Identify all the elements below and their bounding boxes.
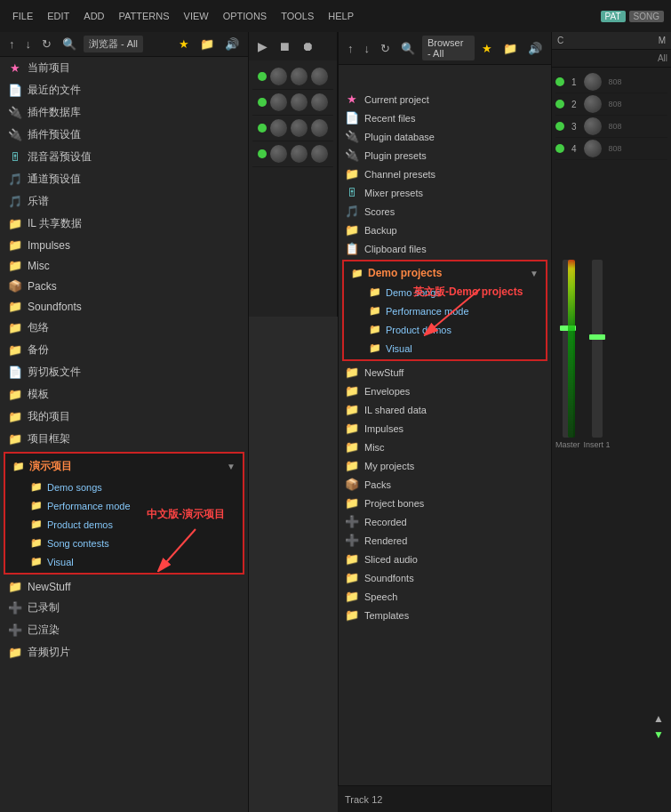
rb-down-btn[interactable]: ↓ (361, 40, 374, 57)
nav-packs[interactable]: 📦 Packs (0, 276, 248, 296)
rb-refresh-btn[interactable]: ↻ (377, 40, 394, 57)
rb-templates[interactable]: 📁 Templates (339, 606, 551, 624)
rb-project-bones[interactable]: 📁 Project bones (339, 494, 551, 512)
ch3-knob[interactable] (584, 117, 602, 135)
rb-channel-presets[interactable]: 📁 Channel presets (339, 165, 551, 183)
speaker-icon[interactable]: 🔊 (221, 36, 243, 52)
visual-item[interactable]: 📁 Visual (5, 552, 243, 571)
nav-clipboard[interactable]: 📄 剪切板文件 (0, 361, 248, 383)
knob-4c[interactable] (311, 145, 328, 163)
knob-1[interactable] (270, 68, 287, 85)
knob-3c[interactable] (311, 119, 328, 137)
menu-options[interactable]: OPTIONS (218, 8, 273, 24)
knob-4[interactable] (270, 145, 287, 163)
play-btn[interactable]: ▶ (254, 37, 271, 55)
star-icon[interactable]: ★ (175, 36, 193, 52)
stop-btn[interactable]: ⏹ (275, 37, 294, 55)
performance-mode-item[interactable]: 📁 Performance mode (5, 496, 243, 515)
demo-section-header[interactable]: 📁 演示项目 ▼ (5, 455, 243, 478)
nav-backup[interactable]: 📁 备份 (0, 339, 248, 361)
rb-folder-icon[interactable]: 📁 (499, 40, 521, 57)
knob-2b[interactable] (291, 93, 308, 111)
up-btn[interactable]: ↑ (5, 36, 19, 52)
knob-1b[interactable] (291, 68, 308, 85)
menu-tools[interactable]: TOOLS (276, 8, 319, 24)
record-btn[interactable]: ⏺ (298, 37, 317, 55)
led-4[interactable] (258, 149, 267, 158)
scroll-up-arrow[interactable]: ▲ (653, 712, 664, 725)
collapse-icon[interactable]: ▼ (227, 462, 236, 471)
rb-rendered[interactable]: ➕ Rendered (339, 531, 551, 550)
rb-mixer-presets[interactable]: 🎚 Mixer presets (339, 183, 551, 202)
rb-recorded[interactable]: ➕ Recorded (339, 512, 551, 531)
rb-backup[interactable]: 📁 Backup (339, 221, 551, 239)
rb-speech[interactable]: 📁 Speech (339, 587, 551, 606)
ch2-led[interactable] (555, 100, 564, 109)
product-demos-item[interactable]: 📁 Product demos (5, 515, 243, 534)
nav-mixer-presets[interactable]: 🎚 混音器预设值 (0, 146, 248, 168)
master-fader-track[interactable] (563, 260, 573, 438)
scroll-down-arrow[interactable]: ▼ (653, 728, 664, 741)
rb-demo-songs[interactable]: 📁 Demo songs (344, 283, 546, 301)
rb-demo-header[interactable]: 📁 Demo projects ▼ (344, 263, 546, 283)
search-icon[interactable]: 🔍 (59, 36, 80, 52)
nav-scores[interactable]: 🎵 乐谱 (0, 190, 248, 213)
rb-soundfonts[interactable]: 📁 Soundfonts (339, 568, 551, 587)
rb-recent-files[interactable]: 📄 Recent files (339, 109, 551, 127)
nav-templates[interactable]: 📁 模板 (0, 383, 248, 406)
menu-view[interactable]: VIEW (179, 8, 214, 24)
refresh-btn[interactable]: ↻ (38, 36, 55, 52)
rb-speaker-icon[interactable]: 🔊 (524, 40, 546, 57)
insert-fader-thumb[interactable] (589, 334, 605, 340)
rb-current-project[interactable]: ★ Current project (339, 90, 551, 109)
nav-project-bones[interactable]: 📁 项目框架 (0, 428, 248, 450)
knob-3b[interactable] (291, 119, 308, 137)
rb-collapse-icon[interactable]: ▼ (530, 269, 539, 278)
rb-my-projects[interactable]: 📁 My projects (339, 456, 551, 475)
nav-current-project[interactable]: ★ 当前项目 (0, 57, 248, 79)
rb-newstuff[interactable]: 📁 NewStuff (339, 363, 551, 382)
knob-4b[interactable] (291, 145, 308, 163)
rb-impulses[interactable]: 📁 Impulses (339, 419, 551, 438)
knob-2[interactable] (270, 93, 287, 111)
song-contests-item[interactable]: 📁 Song contests (5, 534, 243, 552)
knob-1c[interactable] (311, 68, 328, 85)
down-btn[interactable]: ↓ (22, 36, 36, 52)
led-1[interactable] (258, 72, 267, 81)
ch1-led[interactable] (555, 77, 564, 86)
nav-il-shared[interactable]: 📁 IL 共享数据 (0, 213, 248, 235)
nav-impulses[interactable]: 📁 Impulses (0, 235, 248, 255)
rb-search-icon[interactable]: 🔍 (397, 40, 419, 57)
rb-plugin-presets[interactable]: 🔌 Plugin presets (339, 146, 551, 165)
menu-add[interactable]: ADD (78, 8, 109, 24)
ch4-knob[interactable] (584, 140, 602, 157)
ch2-knob[interactable] (584, 95, 602, 113)
nav-rendered[interactable]: ➕ 已渲染 (0, 619, 248, 641)
nav-misc[interactable]: 📁 Misc (0, 255, 248, 276)
rb-packs[interactable]: 📦 Packs (339, 475, 551, 494)
pat-badge[interactable]: PAT (601, 11, 626, 22)
menu-edit[interactable]: EDIT (42, 8, 75, 24)
nav-plugin-db[interactable]: 🔌 插件数据库 (0, 101, 248, 124)
rb-prod-demos[interactable]: 📁 Product demos (344, 320, 546, 339)
nav-channel-presets[interactable]: 🎵 通道预设值 (0, 168, 248, 190)
nav-envelopes[interactable]: 📁 包络 (0, 317, 248, 339)
nav-sliced-audio[interactable]: 📁 音频切片 (0, 641, 248, 663)
menu-file[interactable]: FILE (7, 8, 38, 24)
rb-perf-mode[interactable]: 📁 Performance mode (344, 301, 546, 320)
nav-plugin-presets[interactable]: 🔌 插件预设值 (0, 124, 248, 146)
folder-icon-toolbar[interactable]: 📁 (196, 36, 218, 52)
nav-my-projects[interactable]: 📁 我的项目 (0, 406, 248, 428)
insert-fader-track[interactable] (592, 260, 603, 438)
ch1-knob[interactable] (584, 73, 602, 91)
nav-newstuff[interactable]: 📁 NewStuff (0, 576, 248, 597)
song-badge[interactable]: SONG (629, 11, 664, 22)
demo-songs-item[interactable]: 📁 Demo songs (5, 478, 243, 496)
menu-patterns[interactable]: PATTERNS (114, 8, 175, 24)
rb-visual[interactable]: 📁 Visual (344, 339, 546, 358)
rb-sliced-audio[interactable]: 📁 Sliced audio (339, 550, 551, 568)
knob-2c[interactable] (311, 93, 328, 111)
rb-clipboard[interactable]: 📋 Clipboard files (339, 239, 551, 258)
nav-recorded[interactable]: ➕ 已录制 (0, 597, 248, 619)
menu-help[interactable]: HELP (323, 8, 359, 24)
